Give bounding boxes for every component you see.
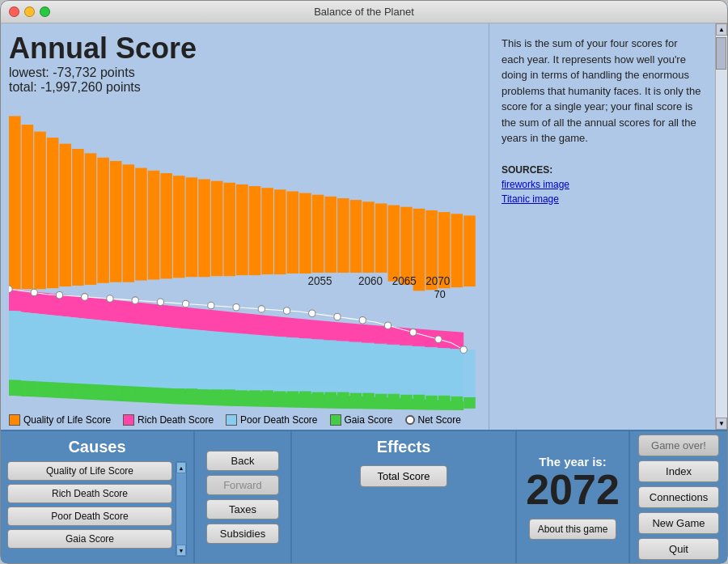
- taxes-button[interactable]: Taxes: [206, 499, 279, 519]
- right-panel: This is the sum of your four scores for …: [489, 23, 715, 430]
- svg-rect-106: [413, 395, 425, 405]
- svg-rect-93: [249, 390, 261, 401]
- legend-label-quality: Quality of Life Score: [23, 414, 111, 426]
- causes-scroll-track[interactable]: [176, 473, 186, 545]
- scroll-thumb[interactable]: [716, 37, 726, 70]
- svg-point-113: [56, 291, 62, 299]
- svg-rect-37: [9, 311, 21, 380]
- year-panel: The year is: 2072 About this game: [517, 431, 630, 563]
- svg-rect-77: [47, 384, 59, 397]
- maximize-button[interactable]: [40, 6, 50, 17]
- new-game-button[interactable]: New Game: [638, 512, 719, 534]
- causes-scrollbar[interactable]: ▲ ▼: [176, 461, 187, 557]
- svg-rect-13: [173, 176, 185, 278]
- svg-rect-98: [312, 392, 324, 403]
- svg-rect-63: [337, 341, 349, 387]
- svg-rect-58: [274, 337, 286, 384]
- main-content: Annual Score lowest: -73,732 points tota…: [1, 23, 727, 430]
- svg-rect-26: [337, 198, 349, 273]
- forward-button[interactable]: Forward: [206, 475, 279, 495]
- svg-rect-1: [22, 125, 34, 289]
- svg-rect-47: [135, 327, 147, 380]
- connections-button[interactable]: Connections: [638, 486, 719, 508]
- svg-rect-14: [186, 177, 198, 277]
- svg-rect-30: [387, 206, 400, 282]
- svg-point-127: [410, 329, 417, 336]
- back-button[interactable]: Back: [206, 451, 279, 471]
- quality-of-life-cause-btn[interactable]: Quality of Life Score: [7, 461, 172, 481]
- svg-rect-102: [362, 393, 375, 404]
- svg-rect-84: [135, 388, 147, 400]
- title-bar: Balance of the Planet: [1, 1, 727, 23]
- svg-rect-71: [438, 348, 451, 400]
- legend-label-net: Net Score: [418, 414, 461, 426]
- svg-rect-81: [97, 386, 109, 398]
- legend-gaia: Gaia Score: [330, 414, 393, 426]
- svg-rect-36: [463, 215, 476, 286]
- svg-point-117: [157, 299, 163, 306]
- svg-rect-109: [451, 396, 463, 408]
- svg-rect-79: [72, 385, 84, 398]
- right-scrollbar[interactable]: ▲ ▼: [715, 23, 727, 430]
- svg-rect-46: [123, 326, 135, 380]
- svg-rect-9: [123, 164, 135, 282]
- svg-rect-103: [375, 394, 387, 405]
- svg-rect-53: [211, 333, 223, 382]
- rich-death-cause-btn[interactable]: Rich Death Score: [7, 484, 172, 503]
- svg-rect-18: [236, 184, 248, 275]
- quit-button[interactable]: Quit: [638, 538, 719, 560]
- svg-rect-54: [223, 333, 235, 383]
- svg-rect-38: [22, 313, 34, 380]
- svg-rect-19: [249, 186, 261, 275]
- causes-scroll-down[interactable]: ▼: [176, 545, 186, 556]
- effects-title: Effects: [377, 438, 431, 456]
- svg-point-120: [233, 303, 239, 311]
- game-over-button[interactable]: Game over!: [638, 435, 719, 456]
- fireworks-link[interactable]: fireworks image: [502, 177, 703, 192]
- window-controls: [9, 6, 50, 17]
- svg-rect-82: [110, 387, 122, 399]
- scroll-track[interactable]: [716, 36, 727, 418]
- svg-rect-25: [324, 197, 336, 273]
- titanic-link[interactable]: Titanic image: [502, 192, 703, 206]
- index-button[interactable]: Index: [638, 460, 719, 482]
- causes-scroll-up[interactable]: ▲: [176, 462, 186, 473]
- svg-rect-10: [135, 168, 147, 281]
- svg-point-122: [283, 307, 290, 315]
- svg-rect-20: [261, 188, 273, 274]
- svg-rect-90: [211, 389, 223, 400]
- scroll-down-arrow[interactable]: ▼: [716, 418, 727, 430]
- svg-rect-45: [110, 325, 122, 380]
- minimize-button[interactable]: [24, 6, 35, 17]
- svg-rect-108: [438, 396, 451, 406]
- svg-point-129: [460, 346, 467, 354]
- svg-point-123: [309, 310, 315, 317]
- svg-rect-29: [375, 203, 387, 273]
- svg-rect-110: [463, 397, 476, 409]
- svg-rect-68: [400, 346, 413, 395]
- effects-panel: Effects Total Score: [292, 431, 517, 563]
- svg-rect-8: [110, 161, 122, 282]
- svg-rect-5: [72, 149, 84, 286]
- svg-rect-80: [85, 386, 97, 399]
- svg-rect-86: [160, 388, 172, 400]
- svg-rect-17: [223, 183, 235, 277]
- close-button[interactable]: [9, 6, 19, 17]
- svg-point-118: [182, 300, 188, 307]
- svg-point-124: [334, 313, 341, 320]
- legend-net-score: Net Score: [405, 414, 461, 426]
- chart-legend: Quality of Life Score Rich Death Score P…: [9, 410, 480, 430]
- chart-area: 2055 2060 2065 2070 70: [9, 99, 480, 410]
- score-lowest: lowest: -73,732 points: [9, 66, 480, 80]
- svg-point-114: [82, 294, 88, 301]
- svg-rect-85: [148, 388, 160, 399]
- svg-rect-39: [34, 315, 46, 380]
- poor-death-cause-btn[interactable]: Poor Death Score: [7, 507, 172, 526]
- subsidies-button[interactable]: Subsidies: [206, 524, 279, 544]
- scroll-up-arrow[interactable]: ▲: [716, 23, 727, 36]
- svg-rect-70: [425, 347, 438, 398]
- total-score-button[interactable]: Total Score: [360, 465, 447, 487]
- gaia-score-cause-btn[interactable]: Gaia Score: [7, 529, 172, 549]
- about-button[interactable]: About this game: [529, 519, 617, 540]
- svg-point-126: [384, 322, 391, 329]
